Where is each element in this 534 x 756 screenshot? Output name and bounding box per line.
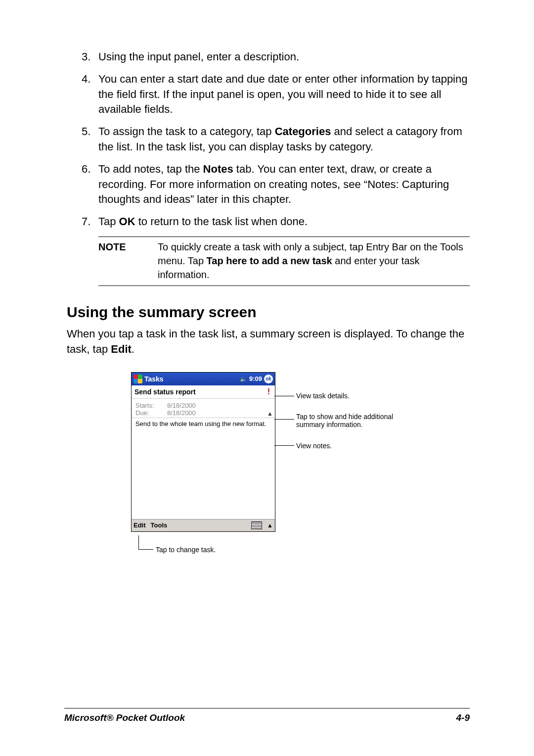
step-number: 7. [82,214,98,230]
due-label: Due: [135,409,167,417]
step-text: You can enter a start date and due date … [98,72,470,117]
callout-viewnotes: View notes. [296,442,405,450]
step-text: To add notes, tap the Notes tab. You can… [98,162,470,207]
step-number: 3. [82,49,98,65]
step-item: 6.To add notes, tap the Notes tab. You c… [82,162,470,207]
task-subject-row[interactable]: Send status report ! [132,385,275,399]
menu-bar: Edit Tools ▲ [132,519,275,531]
step-number: 6. [82,162,98,207]
task-notes[interactable]: Send to the whole team using the new for… [132,418,275,519]
app-title: Tasks [144,375,238,383]
section-body: When you tap a task in the task list, a … [67,327,470,357]
section-heading: Using the summary screen [67,304,470,321]
clock-time: 9:09 [249,375,262,382]
callout-details: View task details. [296,392,405,400]
note-text: To quickly create a task with only a sub… [158,240,470,282]
step-item: 5.To assign the task to a category, tap … [82,124,470,155]
step-text: Using the input panel, enter a descripti… [98,49,470,65]
footer-title: Microsoft® Pocket Outlook [64,712,185,723]
pocket-pc-screen: Tasks 🔈 9:09 ok Send status report ! Sta… [131,372,275,532]
step-item: 7.Tap OK to return to the task list when… [82,214,470,230]
step-text: To assign the task to a category, tap Ca… [98,124,470,155]
step-item: 4.You can enter a start date and due dat… [82,72,470,117]
priority-icon: ! [266,387,272,396]
step-item: 3.Using the input panel, enter a descrip… [82,49,470,65]
page-footer: Microsoft® Pocket Outlook 4-9 [64,712,470,723]
starts-value: 8/18/2000 [167,402,196,409]
task-dates: Starts: 8/18/2000 Due: 8/18/2000 [132,399,275,418]
task-subject: Send status report [134,388,196,396]
start-icon[interactable] [134,375,142,383]
keyboard-icon[interactable] [251,521,262,529]
step-number: 5. [82,124,98,155]
edit-menu[interactable]: Edit [134,521,146,529]
callout-edit: Tap to change task. [156,546,265,554]
step-text: Tap OK to return to the task list when d… [98,214,470,230]
expand-toggle-icon[interactable]: ▲ [267,410,273,417]
speaker-icon[interactable]: 🔈 [240,376,247,382]
note-label: NOTE [98,240,158,282]
title-bar: Tasks 🔈 9:09 ok [132,373,275,385]
footer-page: 4-9 [456,712,470,723]
step-number: 4. [82,72,98,117]
sip-arrow-icon[interactable]: ▲ [267,522,273,529]
footer-rule [64,708,470,709]
starts-label: Starts: [135,402,167,409]
ok-button[interactable]: ok [264,375,273,383]
tools-menu[interactable]: Tools [151,521,168,529]
note-box: NOTE To quickly create a task with only … [98,236,470,286]
device-figure: Tasks 🔈 9:09 ok Send status report ! Sta… [131,372,428,532]
callout-toggle: Tap to show and hide additional summary … [296,413,405,428]
due-value: 8/18/2000 [167,409,196,417]
